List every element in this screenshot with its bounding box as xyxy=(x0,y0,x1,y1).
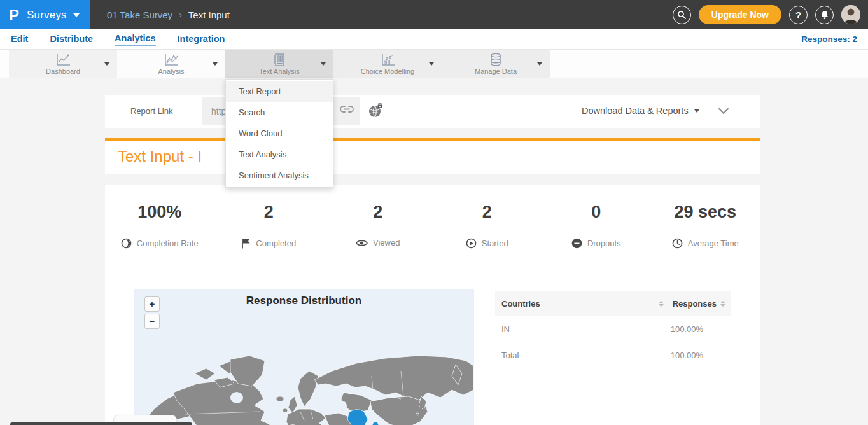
download-caret-down-icon xyxy=(694,109,699,113)
breadcrumb-separator: › xyxy=(179,10,182,20)
divider xyxy=(567,230,626,230)
country-cell: IN xyxy=(501,324,510,334)
breadcrumb-current-page: Text Input xyxy=(188,10,230,20)
stat-dropouts: 0 Dropouts xyxy=(542,202,651,251)
tab-dashboard[interactable]: Dashboard xyxy=(9,50,117,78)
minus-circle-icon xyxy=(571,238,582,249)
table-row: Total 100.00% xyxy=(495,342,731,368)
tab-dashboard-caret-icon xyxy=(104,62,109,66)
menu-item-sentiment-analysis[interactable]: Sentiment Analysis xyxy=(226,165,333,186)
text-analysis-dropdown-menu: Text Report Search Word Cloud Text Analy… xyxy=(225,79,333,188)
avatar-person-icon xyxy=(841,5,860,24)
stat-value: 100% xyxy=(105,202,214,222)
stat-label-text: Dropouts xyxy=(587,239,621,248)
responses-count[interactable]: Responses: 2 xyxy=(801,29,857,49)
tab-text-analysis-caret-icon xyxy=(321,62,326,66)
play-circle-icon xyxy=(466,238,477,249)
tab-analysis[interactable]: Analysis xyxy=(117,50,225,78)
menu-item-text-report[interactable]: Text Report xyxy=(226,81,333,102)
download-data-reports-label: Download Data & Reports xyxy=(582,106,689,116)
stat-value: 0 xyxy=(542,202,651,222)
divider xyxy=(676,230,734,230)
nav-item-edit[interactable]: Edit xyxy=(11,34,28,45)
top-bar: 01 Take Survey › Text Input Upgrade Now … xyxy=(0,0,868,29)
search-button[interactable] xyxy=(673,6,691,24)
divider xyxy=(349,230,407,230)
database-icon xyxy=(488,53,503,67)
download-data-reports-button[interactable]: Download Data & Reports xyxy=(582,106,699,116)
breadcrumb-survey-link[interactable]: 01 Take Survey xyxy=(107,10,172,20)
nav-item-integration[interactable]: Integration xyxy=(178,34,225,45)
tab-text-analysis-label: Text Analysis xyxy=(225,67,333,75)
responses-cell: 100.00% xyxy=(671,351,703,360)
question-mark-icon: ? xyxy=(795,10,801,20)
column-header-countries[interactable]: Countries xyxy=(501,299,540,309)
sort-icon[interactable] xyxy=(720,301,725,307)
survey-nav: Edit Distribute Analytics Integration Re… xyxy=(0,29,868,49)
nav-item-distribute[interactable]: Distribute xyxy=(50,34,93,45)
brand-mark-p-icon: P xyxy=(9,8,19,23)
stat-value: 2 xyxy=(323,202,433,222)
country-cell: Total xyxy=(501,351,519,360)
responses-cell: 100.00% xyxy=(671,324,703,334)
search-icon xyxy=(677,10,687,20)
notifications-button[interactable] xyxy=(815,6,834,24)
tab-choice-modelling-caret-icon xyxy=(429,62,434,66)
stat-started: 2 Started xyxy=(433,202,542,251)
copy-link-icon[interactable] xyxy=(339,104,354,118)
stats-row: 100% Completion Rate 2 Completed xyxy=(105,202,760,251)
app-logo[interactable]: P Surveys xyxy=(0,0,90,31)
countries-table: Countries Responses IN 100.00% Total 100… xyxy=(495,291,731,368)
stat-value: 2 xyxy=(433,202,542,222)
clock-icon xyxy=(672,238,683,249)
public-link-globe-icon[interactable] xyxy=(368,103,383,121)
stat-completed: 2 Completed xyxy=(214,202,324,251)
menu-item-word-cloud[interactable]: Word Cloud xyxy=(226,123,333,144)
stat-average-time: 29 secs Average Time xyxy=(651,202,760,251)
analytics-main-card: 100% Completion Rate 2 Completed xyxy=(105,185,760,425)
brand-label: Surveys xyxy=(27,9,67,22)
user-avatar[interactable] xyxy=(841,5,860,24)
response-distribution-map[interactable]: Response Distribution + − xyxy=(134,289,474,425)
stat-label-text: Completed xyxy=(256,239,296,248)
text-report-icon xyxy=(272,53,287,67)
divider xyxy=(458,230,516,230)
eye-icon xyxy=(356,239,368,247)
collapse-chevron-icon[interactable] xyxy=(718,106,729,118)
tab-analysis-caret-icon xyxy=(213,62,218,66)
stat-label-text: Completion Rate xyxy=(137,239,199,248)
scatter-chart-icon xyxy=(379,53,396,67)
column-header-responses[interactable]: Responses xyxy=(673,299,717,309)
page-title: Text Input - I xyxy=(118,148,202,165)
tab-choice-modelling[interactable]: Choice Modelling xyxy=(333,50,442,78)
divider xyxy=(239,230,298,230)
stat-value: 2 xyxy=(214,202,324,222)
topbar-actions: Upgrade Now ? xyxy=(673,0,860,29)
stat-label-text: Viewed xyxy=(373,238,400,247)
menu-item-search[interactable]: Search xyxy=(226,102,333,123)
line-chart-icon xyxy=(55,53,71,67)
upgrade-now-button[interactable]: Upgrade Now xyxy=(699,5,781,24)
tab-manage-data-label: Manage Data xyxy=(442,67,550,75)
brand-caret-down-icon xyxy=(73,13,80,17)
help-button[interactable]: ? xyxy=(789,6,808,24)
tab-analysis-label: Analysis xyxy=(117,67,225,75)
map-zoom-in-button[interactable]: + xyxy=(144,296,160,312)
sort-icon[interactable] xyxy=(659,301,664,307)
tab-dashboard-label: Dashboard xyxy=(9,67,117,75)
stat-label-text: Started xyxy=(482,239,508,248)
question-title-card: Text Input - I xyxy=(105,141,760,174)
stat-value: 29 secs xyxy=(651,202,760,222)
flag-icon xyxy=(241,238,251,249)
world-map xyxy=(134,289,474,425)
map-title: Response Distribution xyxy=(134,295,474,307)
tab-manage-data-caret-icon xyxy=(537,62,542,66)
tab-text-analysis[interactable]: Text Analysis xyxy=(225,50,333,78)
tab-manage-data[interactable]: Manage Data xyxy=(442,50,550,78)
nav-item-analytics[interactable]: Analytics xyxy=(115,33,155,46)
menu-item-text-analysis[interactable]: Text Analysis xyxy=(226,144,333,165)
table-header: Countries Responses xyxy=(495,291,731,316)
map-zoom-out-button[interactable]: − xyxy=(144,314,160,329)
contrast-icon xyxy=(121,238,132,249)
report-link-card: Report Link Download Data & Reports xyxy=(105,95,760,128)
